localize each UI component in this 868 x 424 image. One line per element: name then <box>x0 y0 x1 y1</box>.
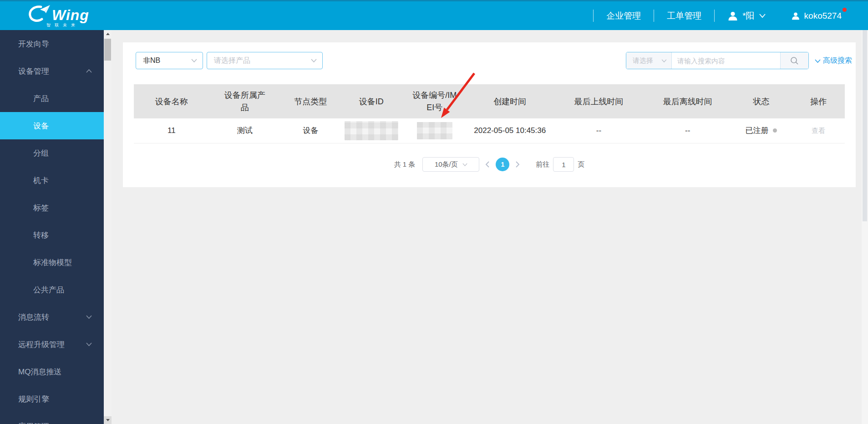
col-node-type: 节点类型 <box>280 84 341 118</box>
chevron-right-icon <box>515 161 520 168</box>
sidebar-item-device[interactable]: 设备 <box>0 112 104 139</box>
nav-enterprise-management[interactable]: 企业管理 <box>594 10 654 22</box>
main-content: 非NB 请选择产品 请选择 <box>112 30 868 424</box>
account-menu[interactable]: koko5274 <box>778 11 854 21</box>
device-list-panel: 非NB 请选择产品 请选择 <box>123 42 856 187</box>
sidebar-scrollbar[interactable] <box>104 30 112 424</box>
col-created-time: 创建时间 <box>467 84 553 118</box>
cell-device-id <box>341 118 402 143</box>
sidebar-item-public-product[interactable]: 公共产品 <box>0 276 104 303</box>
sidebar-item-transfer[interactable]: 转移 <box>0 221 104 249</box>
sidebar-item-app-management[interactable]: 应用管理 <box>0 413 104 424</box>
redacted-device-id <box>345 121 398 140</box>
next-page-button[interactable] <box>511 158 524 171</box>
sidebar-item-product[interactable]: 产品 <box>0 85 104 112</box>
col-last-offline: 最后离线时间 <box>645 84 730 118</box>
top-navigation: 企业管理 工单管理 *阳 <box>593 10 868 22</box>
scrollbar-up-button[interactable] <box>104 30 112 38</box>
chevron-left-icon <box>485 161 490 168</box>
user-name: *阳 <box>742 10 754 22</box>
page-unit-label: 页 <box>578 160 584 169</box>
chevron-down-icon <box>191 59 197 62</box>
sidebar-item-group[interactable]: 分组 <box>0 139 104 167</box>
product-select[interactable]: 请选择产品 <box>207 52 323 69</box>
goto-page-input[interactable] <box>553 157 574 172</box>
chevron-down-icon <box>661 59 667 62</box>
search-input[interactable] <box>672 52 780 69</box>
user-icon <box>791 11 800 20</box>
logo-slogan: 智联未来 <box>46 23 89 27</box>
cell-node-type: 设备 <box>280 118 341 143</box>
sidebar-item-rule-engine[interactable]: 规则引擎 <box>0 385 104 413</box>
page-scrollbar-thumb[interactable] <box>863 30 867 221</box>
search-bar: 请选择 <box>626 52 809 69</box>
col-actions: 操作 <box>792 84 845 118</box>
cell-imei <box>402 118 467 143</box>
prev-page-button[interactable] <box>481 158 494 171</box>
node-type-select[interactable]: 非NB <box>136 52 203 69</box>
nav-workorder-management[interactable]: 工单管理 <box>654 10 714 22</box>
cell-created-time: 2022-05-05 10:45:36 <box>467 118 553 143</box>
chevron-down-icon <box>86 315 92 319</box>
col-status: 状态 <box>730 84 792 118</box>
user-icon <box>727 10 738 21</box>
col-last-online: 最后上线时间 <box>553 84 645 118</box>
search-button[interactable] <box>780 52 808 69</box>
device-table: 设备名称 设备所属产品 节点类型 设备ID 设备编号/IMEI号 创建时间 最后… <box>134 84 845 143</box>
page-scrollbar[interactable] <box>862 30 868 424</box>
logo-text: Wing <box>52 8 89 22</box>
table-header-row: 设备名称 设备所属产品 节点类型 设备ID 设备编号/IMEI号 创建时间 最后… <box>134 84 845 118</box>
sidebar-item-tag[interactable]: 标签 <box>0 194 104 221</box>
sidebar-item-device-management[interactable]: 设备管理 <box>0 57 104 85</box>
redacted-imei <box>417 122 452 139</box>
advanced-search-link[interactable]: 高级搜索 <box>815 56 852 66</box>
scrollbar-thumb[interactable] <box>104 39 111 61</box>
brand-logo[interactable]: Wing 智联未来 <box>27 4 89 27</box>
chevron-down-icon <box>815 59 821 63</box>
col-device-id: 设备ID <box>341 84 402 118</box>
table-row: 11 测试 设备 2022-05-05 10:45:36 -- -- 已注册 <box>134 118 845 143</box>
sidebar-item-dev-wizard[interactable]: 开发向导 <box>0 30 104 57</box>
chevron-down-icon <box>311 59 317 62</box>
sidebar-item-standard-model[interactable]: 标准物模型 <box>0 249 104 276</box>
sidebar-item-sim-card[interactable]: 机卡 <box>0 167 104 194</box>
col-device-name: 设备名称 <box>134 84 209 118</box>
chevron-down-icon <box>759 14 766 18</box>
pagination: 共 1 条 10条/页 1 <box>123 157 856 172</box>
account-name: koko5274 <box>804 11 842 21</box>
sidebar-item-remote-upgrade[interactable]: 远程升级管理 <box>0 331 104 358</box>
notification-dot <box>843 8 847 12</box>
cell-last-online: -- <box>553 118 645 143</box>
scrollbar-down-button[interactable] <box>104 416 112 424</box>
cell-actions: 查看 <box>792 118 845 143</box>
status-text: 已注册 <box>745 125 768 136</box>
cell-device-name: 11 <box>134 118 209 143</box>
total-count: 共 1 条 <box>394 160 416 169</box>
chevron-up-icon <box>86 69 92 73</box>
cell-product: 测试 <box>209 118 280 143</box>
sidebar-item-mq-push[interactable]: MQ消息推送 <box>0 358 104 385</box>
top-header-bar: Wing 智联未来 企业管理 工单管理 *阳 <box>0 0 868 30</box>
chevron-down-icon <box>86 342 92 346</box>
user-menu[interactable]: *阳 <box>715 10 778 22</box>
sidebar-item-message-flow[interactable]: 消息流转 <box>0 303 104 331</box>
col-product: 设备所属产品 <box>209 84 280 118</box>
search-field-select[interactable]: 请选择 <box>626 52 672 69</box>
col-imei: 设备编号/IMEI号 <box>402 84 467 118</box>
wing-logo-icon <box>27 4 51 22</box>
cell-status: 已注册 <box>730 118 792 143</box>
view-link[interactable]: 查看 <box>812 127 825 134</box>
goto-label: 前往 <box>536 160 549 169</box>
sidebar-menu: 开发向导 设备管理 产品 设备 分组 机卡 标签 转移 标准物模型 <box>0 30 104 424</box>
current-page-button[interactable]: 1 <box>496 158 509 171</box>
page-size-select[interactable]: 10条/页 <box>422 157 479 172</box>
status-dot-icon <box>773 128 777 133</box>
chevron-down-icon <box>462 163 467 166</box>
search-icon <box>790 56 799 65</box>
cell-last-offline: -- <box>645 118 730 143</box>
device-management-page: Wing 智联未来 企业管理 工单管理 *阳 <box>0 0 868 424</box>
